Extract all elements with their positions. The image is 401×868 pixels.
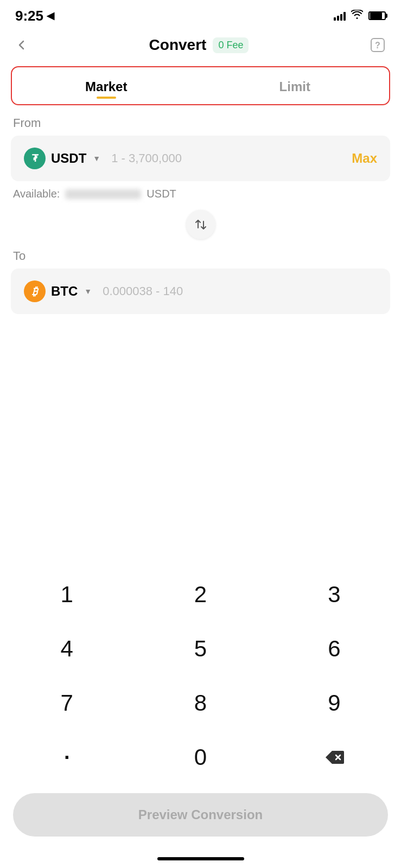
time-display: 9:25: [15, 8, 43, 24]
header-center: Convert 0 Fee: [149, 36, 249, 54]
to-currency-name: BTC: [51, 284, 78, 299]
preview-conversion-button[interactable]: Preview Conversion: [13, 793, 388, 837]
help-button[interactable]: ?: [367, 35, 388, 55]
numpad-6[interactable]: 6: [268, 622, 401, 676]
page-header: Convert 0 Fee ?: [0, 29, 401, 63]
from-input-box: ₮ USDT ▼ 1 - 3,700,000 Max: [11, 136, 390, 181]
to-dropdown-arrow: ▼: [84, 287, 92, 296]
btc-symbol: ₿: [32, 285, 37, 298]
tab-limit-label: Limit: [279, 79, 310, 94]
signal-bar-3: [340, 14, 342, 21]
location-icon: ◀: [47, 10, 54, 22]
available-amount-blur: [65, 189, 141, 199]
numpad-1[interactable]: 1: [0, 567, 133, 622]
available-label: Available:: [13, 188, 60, 200]
numpad-8[interactable]: 8: [133, 676, 267, 730]
tab-selector: Market Limit: [11, 66, 390, 105]
battery-icon: [368, 11, 386, 20]
from-dropdown-arrow: ▼: [93, 154, 100, 163]
btc-icon: ₿: [24, 280, 46, 302]
numpad: 1 2 3 4 5 6 7 8 9 · 0: [0, 557, 401, 784]
wifi-icon: [351, 10, 363, 22]
preview-button-container: Preview Conversion: [0, 784, 401, 853]
numpad-7[interactable]: 7: [0, 676, 133, 730]
fee-badge: 0 Fee: [213, 37, 249, 53]
usdt-symbol: ₮: [32, 152, 38, 164]
tab-market-label: Market: [85, 79, 127, 94]
numpad-4[interactable]: 4: [0, 622, 133, 676]
home-indicator: [0, 853, 401, 868]
from-currency-selector[interactable]: ₮ USDT ▼: [24, 148, 100, 169]
max-button[interactable]: Max: [352, 151, 377, 166]
status-icons: [334, 10, 386, 22]
tab-market-underline: [97, 97, 116, 99]
numpad-3[interactable]: 3: [268, 567, 401, 622]
back-button[interactable]: [13, 36, 30, 54]
to-section: To ₿ BTC ▼ 0.000038 - 140: [0, 249, 401, 314]
numpad-backspace[interactable]: [268, 730, 401, 784]
to-input-box: ₿ BTC ▼ 0.000038 - 140: [11, 269, 390, 314]
to-currency-selector[interactable]: ₿ BTC ▼: [24, 280, 92, 302]
signal-bars: [334, 11, 346, 21]
status-bar: 9:25 ◀: [0, 0, 401, 29]
home-indicator-bar: [157, 857, 244, 860]
to-input-placeholder[interactable]: 0.000038 - 140: [103, 284, 377, 298]
signal-bar-2: [337, 16, 339, 21]
numpad-2[interactable]: 2: [133, 567, 267, 622]
signal-bar-1: [334, 17, 336, 21]
numpad-dot[interactable]: ·: [0, 730, 133, 784]
available-currency: USDT: [147, 188, 176, 200]
numpad-0[interactable]: 0: [133, 730, 267, 784]
numpad-area: 1 2 3 4 5 6 7 8 9 · 0 Preview Conversion: [0, 557, 401, 868]
numpad-5[interactable]: 5: [133, 622, 267, 676]
available-row: Available: USDT: [13, 188, 388, 200]
tab-market[interactable]: Market: [12, 67, 201, 104]
swap-button[interactable]: [186, 210, 215, 239]
usdt-icon: ₮: [24, 148, 46, 169]
signal-bar-4: [343, 12, 346, 21]
page-title: Convert: [149, 36, 207, 54]
to-label: To: [13, 249, 388, 263]
battery-fill: [370, 12, 382, 19]
from-label: From: [13, 116, 388, 130]
tab-limit[interactable]: Limit: [201, 67, 390, 104]
from-currency-name: USDT: [51, 151, 86, 166]
swap-button-container: [0, 210, 401, 239]
status-time: 9:25 ◀: [15, 8, 54, 24]
numpad-9[interactable]: 9: [268, 676, 401, 730]
from-input-placeholder[interactable]: 1 - 3,700,000: [111, 151, 352, 165]
svg-text:?: ?: [375, 41, 380, 50]
